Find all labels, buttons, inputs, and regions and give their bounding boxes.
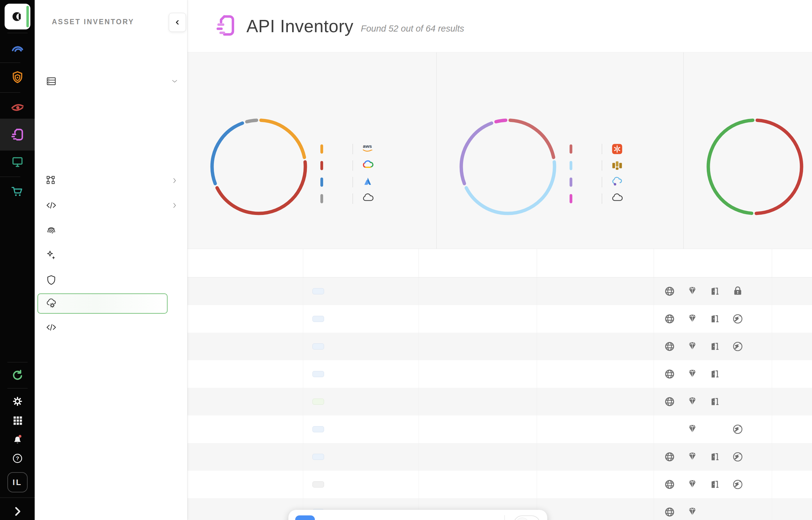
method-badge — [313, 316, 324, 322]
cell-risk-factors — [654, 471, 772, 498]
chevron-down-icon[interactable] — [171, 78, 178, 85]
orca-logo-icon — [10, 9, 25, 24]
table-row[interactable] — [188, 333, 812, 360]
legend-item-aws-api-[interactable] — [570, 157, 629, 174]
logo-accent-stripe — [26, 6, 29, 27]
table-row[interactable] — [188, 388, 812, 415]
app-rail: ? IL — [0, 0, 35, 520]
legend-item-azure[interactable] — [320, 174, 379, 190]
column-header-server — [419, 249, 537, 277]
diamond-risk — [681, 285, 704, 297]
collapse-nav-button[interactable] — [169, 13, 186, 32]
sidebar-item-apis[interactable] — [38, 293, 168, 314]
owasp-risk — [727, 451, 749, 463]
sidebar-item-code[interactable] — [35, 315, 187, 340]
owasp-risk — [727, 341, 749, 352]
rail-item-sync[interactable] — [0, 366, 35, 385]
expand-rail-button[interactable] — [0, 505, 35, 518]
toolbar-primary-button[interactable] — [295, 515, 315, 520]
table-row[interactable] — [188, 360, 812, 388]
monitor-icon — [10, 155, 25, 169]
sidebar-item-identity[interactable] — [35, 218, 187, 242]
legend-item-gcp[interactable] — [320, 157, 379, 174]
toolbar-action-3[interactable] — [378, 518, 390, 520]
sidebar-item-compute[interactable] — [35, 69, 187, 94]
diamond-icon — [687, 478, 698, 490]
toolbar-action-1[interactable] — [328, 518, 340, 520]
door-icon — [709, 341, 721, 352]
cell-inspected — [537, 333, 654, 360]
sidebar-item-caas[interactable] — [35, 143, 187, 168]
sidebar-item-data[interactable] — [35, 193, 187, 218]
legend-item-apigee[interactable] — [570, 141, 629, 157]
diamond-risk — [681, 396, 704, 408]
column-header-http-method — [303, 249, 419, 277]
cell-server — [419, 305, 537, 333]
help-icon: ? — [11, 452, 24, 465]
door-icon — [709, 478, 721, 490]
cell-path — [188, 498, 303, 520]
globe-icon — [664, 368, 675, 380]
globe-risk — [658, 313, 681, 325]
legend-color-pill — [570, 194, 572, 203]
rail-item-arcs[interactable] — [0, 36, 35, 59]
toolbar-action-4[interactable] — [403, 518, 416, 520]
sidebar-item-security-services[interactable] — [35, 267, 187, 292]
rail-item-monitor[interactable] — [0, 151, 35, 173]
sidebar-item-ai[interactable] — [35, 242, 187, 267]
results-count: Found 52 out of 64 results — [361, 19, 464, 34]
rail-item-grid[interactable] — [0, 411, 35, 430]
diamond-risk — [681, 423, 704, 435]
toolbar-toggle[interactable] — [513, 515, 540, 520]
legend-item-aws[interactable]: aws — [320, 141, 379, 157]
owasp-risk — [727, 313, 749, 325]
cell-server — [419, 415, 537, 443]
diamond-icon — [687, 313, 698, 325]
grid-icon — [11, 414, 24, 426]
rail-item-help[interactable]: ? — [0, 449, 35, 468]
chevron-right-icon[interactable] — [171, 177, 178, 184]
sidebar-item-k8s[interactable] — [35, 94, 187, 118]
legend-color-pill — [320, 145, 323, 154]
shield-outline-icon — [46, 275, 57, 285]
sidebar-item-all-assets[interactable] — [35, 44, 187, 69]
door-icon — [709, 451, 721, 463]
cell-inspected — [537, 278, 654, 305]
table-row[interactable] — [188, 443, 812, 471]
sidebar-item-network[interactable] — [35, 168, 187, 193]
table-row[interactable] — [188, 278, 812, 305]
legend-item-other[interactable] — [570, 190, 629, 207]
rail-item-eye[interactable] — [0, 96, 35, 119]
globe-icon — [664, 478, 675, 490]
toolbar-action-5[interactable] — [428, 518, 441, 520]
legend-item-apim[interactable] — [570, 174, 629, 190]
app-logo[interactable] — [5, 4, 30, 29]
cloud-gear-icon — [46, 298, 57, 309]
rail-item-gear[interactable] — [0, 392, 35, 411]
rail-item-shield-badge[interactable] — [0, 66, 35, 89]
chevron-right-icon[interactable] — [171, 202, 178, 209]
table-row[interactable] — [188, 471, 812, 498]
globe-risk — [658, 368, 681, 380]
api-table — [188, 249, 812, 520]
cell-server — [419, 388, 537, 415]
avatar[interactable]: IL — [7, 472, 28, 492]
fingerprint-icon — [46, 225, 57, 236]
cell-method — [303, 360, 419, 388]
rail-item-cart[interactable] — [0, 180, 35, 203]
chart-legend — [570, 141, 629, 207]
sidenav-section-title: ASSET INVENTORY — [52, 18, 187, 26]
table-row[interactable] — [188, 305, 812, 333]
server-icon — [46, 76, 57, 87]
owasp-risk — [727, 478, 749, 490]
legend-item-other[interactable] — [320, 190, 379, 207]
toolbar-action-2[interactable] — [353, 518, 365, 520]
sidebar-item-serverless[interactable] — [35, 118, 187, 143]
cell-risk-factors — [654, 333, 772, 360]
table-row[interactable] — [188, 415, 812, 443]
chevron-right-icon — [171, 177, 178, 184]
diamond-icon — [687, 341, 698, 352]
rail-item-api-doc[interactable] — [0, 119, 35, 151]
rail-item-bell[interactable] — [0, 430, 35, 449]
method-badge — [313, 426, 324, 432]
